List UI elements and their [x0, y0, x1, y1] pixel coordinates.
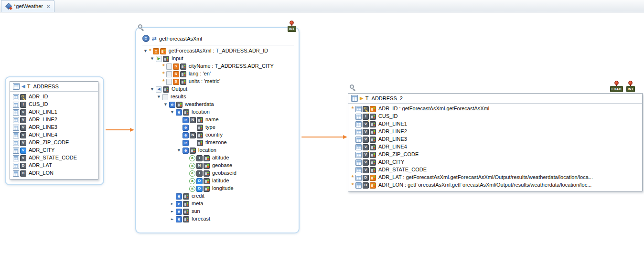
- tree-node[interactable]: aDlatitude: [139, 177, 297, 185]
- target-table[interactable]: ▶ T_ADDRESS_2 *ADR_ID : getForecastAsXml…: [348, 93, 643, 191]
- collapse-icon[interactable]: ▼: [143, 50, 148, 53]
- column-label: ADR_STATE_CODE: [29, 155, 77, 161]
- tree-node[interactable]: ecredit: [139, 192, 297, 200]
- node-label: results: [171, 94, 186, 100]
- mapping-canvas[interactable]: INT LOAD INT ◀ T_ADDRESS ADR_IDICUS_IDVA…: [0, 12, 644, 264]
- type-D-icon: D: [20, 163, 26, 169]
- tab-getweather[interactable]: *getWeather ×: [1, 0, 54, 12]
- tree-node[interactable]: ▼eweatherdata: [139, 101, 297, 108]
- expand-icon[interactable]: ►: [170, 210, 175, 213]
- arrow-shaft: [301, 137, 343, 137]
- tree-node[interactable]: ►esun: [139, 208, 297, 215]
- collapse-icon[interactable]: ▼: [176, 149, 182, 152]
- column-icon: [355, 144, 362, 150]
- expression-icon: [197, 125, 203, 131]
- execution-unit-label: INT: [288, 26, 296, 32]
- tree-node[interactable]: etype: [139, 124, 297, 131]
- collapse-icon[interactable]: ▼: [156, 95, 161, 99]
- table-row[interactable]: VADR_CITY: [11, 147, 97, 154]
- table-row[interactable]: VADR_CITY: [350, 158, 641, 166]
- tree-node[interactable]: eNname: [139, 116, 297, 124]
- collapse-icon[interactable]: ▼: [163, 103, 168, 106]
- tree-node[interactable]: ►emeta: [139, 200, 297, 208]
- table-row[interactable]: ADR_ID: [11, 93, 97, 101]
- source-table[interactable]: ◀ T_ADDRESS ADR_IDICUS_IDVADR_LINE1VADR_…: [10, 81, 98, 180]
- collapse-icon[interactable]: ▼: [170, 111, 175, 114]
- not-null-star-icon: *: [368, 112, 369, 116]
- execution-unit-label: LOAD: [610, 86, 623, 92]
- table-row[interactable]: VADR_STATE_CODE: [11, 154, 97, 162]
- table-row[interactable]: *DADR_LON : getForecastAsXml.getForecast…: [350, 181, 641, 189]
- tree-node[interactable]: eNcountry: [139, 131, 297, 139]
- service-header[interactable]: ⇄ getForecastAsXml: [142, 35, 294, 45]
- tree-node[interactable]: ▼results: [139, 93, 297, 101]
- type-V-icon: V: [20, 148, 26, 154]
- required-star-icon: *: [149, 48, 151, 54]
- column-icon: [355, 182, 362, 189]
- tree-node[interactable]: ►eforecast: [139, 215, 297, 223]
- expression-mapped-icon: [160, 48, 166, 54]
- table-row[interactable]: VADR_LINE1: [11, 108, 97, 116]
- table-row[interactable]: DADR_LON: [11, 169, 97, 177]
- collapse-icon[interactable]: ▼: [150, 88, 155, 91]
- table-row[interactable]: *ADR_ID : getForecastAsXml.getForecastAs…: [350, 105, 641, 113]
- table-row[interactable]: I*CUS_ID: [350, 113, 641, 120]
- table-row[interactable]: VADR_LINE3: [350, 136, 641, 143]
- expand-icon[interactable]: ►: [170, 218, 175, 221]
- target-table-header[interactable]: ▶ T_ADDRESS_2: [348, 94, 642, 104]
- table-row[interactable]: VADR_STATE_CODE: [350, 166, 641, 174]
- source-table-header[interactable]: ◀ T_ADDRESS: [10, 82, 98, 92]
- tree-node[interactable]: ▼elocation: [139, 147, 297, 154]
- table-row[interactable]: V*ADR_LINE1: [350, 120, 641, 128]
- tree-node[interactable]: ▼▶Input: [139, 55, 297, 63]
- table-row[interactable]: VADR_LINE4: [350, 143, 641, 151]
- tree-node[interactable]: aIgeobaseid: [139, 169, 297, 177]
- source-datastore-panel[interactable]: ◀ T_ADDRESS ADR_IDICUS_IDVADR_LINE1VADR_…: [5, 76, 104, 185]
- tab-close-icon[interactable]: ×: [46, 4, 50, 9]
- load-badge-target[interactable]: LOAD: [610, 81, 623, 92]
- table-row[interactable]: V*ADR_ZIP_CODE: [350, 151, 641, 158]
- connector-source-to-service[interactable]: [106, 128, 134, 132]
- column-label: ADR_LON: [29, 170, 54, 176]
- tree-node[interactable]: aDlongitude: [139, 185, 297, 192]
- table-row[interactable]: VADR_LINE4: [11, 131, 97, 139]
- table-row[interactable]: VADR_LINE3: [11, 124, 97, 131]
- table-row[interactable]: VADR_LINE2: [11, 116, 97, 124]
- magnifier-icon-target[interactable]: [349, 84, 357, 92]
- magnifier-icon-service[interactable]: [138, 24, 145, 32]
- tree-node[interactable]: *Slang : 'en': [139, 70, 297, 78]
- attribute-icon: a: [189, 155, 195, 161]
- tree-node[interactable]: ▼◀Output: [139, 85, 297, 93]
- expand-icon[interactable]: ►: [170, 202, 175, 206]
- table-icon: [13, 83, 20, 90]
- tree-node[interactable]: ▼elocation: [139, 108, 297, 116]
- table-row[interactable]: *DADR_LAT : getForecastAsXml.getForecast…: [350, 174, 641, 181]
- expression-icon: [190, 148, 196, 154]
- type-N-icon: N: [190, 132, 196, 138]
- service-component-panel[interactable]: ⇄ getForecastAsXml ▼*getForecastAsXml : …: [135, 27, 300, 233]
- tree-node[interactable]: *ScityName : T_ADDRESS.ADR_CITY: [139, 63, 297, 70]
- tree-node[interactable]: aIaltitude: [139, 154, 297, 162]
- table-row[interactable]: ICUS_ID: [11, 101, 97, 108]
- tree-node[interactable]: *Sunits : 'metric': [139, 78, 297, 85]
- type-S-icon: S: [173, 63, 179, 70]
- column-icon: [355, 106, 362, 112]
- int-badge-target[interactable]: INT: [626, 81, 635, 92]
- type-S-icon: S: [173, 79, 179, 85]
- element-icon: e: [176, 201, 182, 207]
- tree-node[interactable]: etimezone: [139, 139, 297, 147]
- table-row[interactable]: DADR_LAT: [11, 162, 97, 169]
- collapse-icon[interactable]: ▼: [150, 57, 155, 61]
- required-star-icon: *: [162, 79, 165, 84]
- target-table-title: T_ADDRESS_2: [365, 95, 403, 101]
- input-arrow-icon: ▶: [156, 56, 162, 62]
- tree-node[interactable]: ▼*getForecastAsXml : T_ADDRESS.ADR_ID: [139, 47, 297, 55]
- column-icon: [13, 117, 19, 123]
- element-icon: e: [176, 109, 182, 116]
- int-badge-service[interactable]: INT: [288, 21, 296, 32]
- table-row[interactable]: VADR_ZIP_CODE: [11, 139, 97, 147]
- expression-icon: [183, 109, 189, 116]
- tree-node[interactable]: aNgeobase: [139, 162, 297, 169]
- connector-service-to-target[interactable]: [301, 135, 347, 139]
- table-row[interactable]: VADR_LINE2: [350, 128, 641, 136]
